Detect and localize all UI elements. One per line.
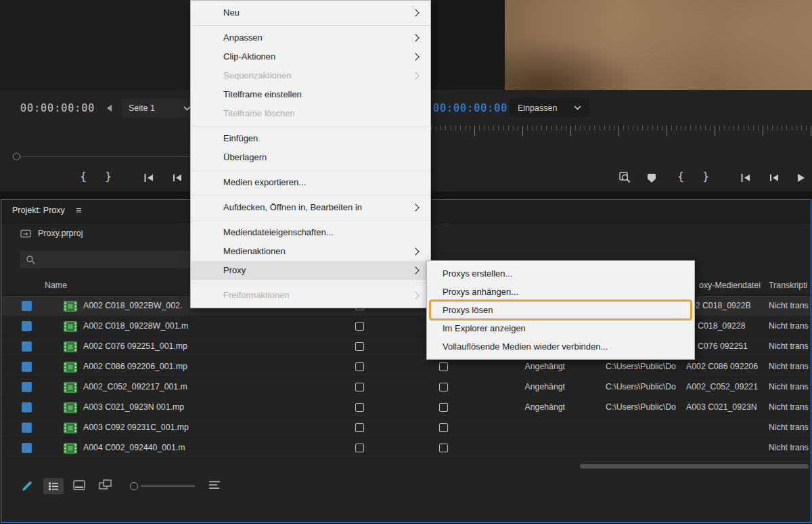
icon-view-button[interactable] (73, 480, 85, 491)
table-row[interactable]: A002 C086 092206_001.mp Angehängt C:\Use… (1, 357, 811, 377)
label-color-chip[interactable] (22, 443, 32, 453)
menu-item[interactable]: Medienaktionen (191, 242, 430, 261)
checkbox-column-1[interactable] (355, 403, 364, 412)
menu-item[interactable]: Medien exportieren... (191, 173, 430, 192)
clip-icon (64, 362, 77, 373)
label-color-chip[interactable] (22, 341, 32, 352)
menu-item[interactable]: Proxy (191, 261, 430, 280)
find-button[interactable] (618, 170, 631, 184)
program-monitor-viewport (505, 0, 812, 90)
checkbox-column-1[interactable] (355, 383, 364, 391)
add-marker-button[interactable] (645, 171, 658, 185)
menu-item[interactable]: Aufdecken, Öffnen in, Bearbeiten in (191, 198, 430, 217)
list-view-icon (48, 481, 59, 491)
label-color-chip[interactable] (22, 402, 32, 412)
program-timecode[interactable]: 00:00:00:00 (433, 102, 508, 114)
in-brace-icon: { (80, 170, 87, 183)
column-header-name[interactable]: Name (45, 281, 67, 290)
playhead-knob[interactable] (13, 153, 20, 160)
table-row[interactable]: A004 C002_092440_001.m Nicht trans (1, 438, 811, 458)
label-color-chip[interactable] (22, 301, 32, 311)
checkbox-column-2[interactable] (439, 403, 448, 412)
submenu-item[interactable]: Proxys erstellen... (427, 264, 694, 283)
menu-item-label: Aufdecken, Öffnen in, Bearbeiten in (223, 202, 362, 212)
page-back-icon[interactable] (106, 104, 112, 112)
in-brace-icon: { (677, 170, 684, 183)
menu-separator (191, 25, 430, 26)
menu-item-label: Medien exportieren... (223, 177, 306, 187)
cell-media-path: C:\Users\Public\Do (606, 377, 685, 397)
menu-item[interactable]: Mediendateieigenschaften... (191, 223, 430, 242)
zoom-slider-knob[interactable] (130, 482, 138, 490)
cell-transcript: Nicht trans (769, 398, 812, 417)
menu-item: Sequenzaktionen (191, 66, 430, 85)
menu-item[interactable]: Überlagern (191, 148, 430, 167)
checkbox-column-2[interactable] (439, 362, 448, 371)
play-button[interactable] (794, 171, 808, 185)
checkbox-column-1[interactable] (355, 362, 364, 371)
submenu-item[interactable]: Vollauflösende Medien wieder verbinden..… (427, 337, 694, 356)
edit-pencil-button[interactable] (21, 480, 33, 492)
table-row[interactable]: A003 C092 09231C_001.mp Nicht trans (1, 418, 811, 438)
project-file-item[interactable]: Proxy.prproj (20, 229, 83, 238)
magnifier-icon (619, 172, 631, 183)
go-to-in-button[interactable] (142, 171, 156, 185)
mark-out-button[interactable]: } (699, 170, 713, 183)
label-color-chip[interactable] (22, 382, 32, 392)
table-row[interactable]: A002_C052_092217_001.m Angehängt C:\User… (1, 377, 811, 398)
clip-icon (64, 382, 77, 393)
label-color-chip[interactable] (22, 362, 32, 372)
cell-proxy-status: Angehängt (505, 377, 565, 397)
play-icon (797, 173, 805, 183)
menu-item: Freiformaktionen (191, 286, 430, 305)
checkbox-column-2[interactable] (439, 423, 448, 432)
checkbox-column-2[interactable] (439, 383, 448, 391)
clip-icon (64, 301, 77, 312)
menu-separator (191, 283, 430, 283)
go-to-in-button[interactable] (739, 171, 752, 185)
mark-out-button[interactable]: } (102, 170, 115, 183)
tab-project[interactable]: Projekt: Proxy (12, 206, 65, 215)
page-select[interactable]: Seite 1 (122, 99, 198, 118)
checkbox-column-1[interactable] (355, 342, 364, 351)
checkbox-column-1[interactable] (355, 423, 364, 432)
table-row[interactable]: A003 C021_0923N 001.mp Angehängt C:\User… (1, 398, 811, 418)
column-header-transcript[interactable]: Transkripti (769, 281, 812, 290)
menu-item[interactable]: Clip-Aktionen (191, 47, 430, 66)
menu-item[interactable]: Neu (191, 3, 430, 22)
mark-in-button[interactable]: { (674, 170, 687, 183)
cell-transcript: Nicht trans (769, 357, 812, 377)
freeform-view-button[interactable] (99, 479, 112, 490)
cell-transcript: Nicht trans (769, 337, 812, 356)
panel-menu-icon[interactable]: ≡ (76, 204, 82, 216)
sort-button[interactable] (208, 480, 221, 490)
list-view-button[interactable] (43, 478, 64, 494)
checkbox-column-1[interactable] (355, 322, 364, 331)
zoom-fit-select[interactable]: Einpassen (510, 98, 589, 118)
mark-in-button[interactable]: { (76, 170, 90, 183)
step-back-button[interactable] (767, 171, 781, 185)
menu-item[interactable]: Anpassen (191, 28, 430, 47)
menu-item[interactable]: Titelframe einstellen (191, 85, 430, 104)
submenu-item[interactable]: Im Explorer anzeigen (427, 319, 694, 337)
cell-proxy-media: A003 C021_0923N (686, 398, 767, 417)
cell-media-path: C:\Users\Public\Do (606, 398, 685, 417)
menu-item[interactable]: Einfügen (191, 129, 430, 148)
submenu-item[interactable]: Proxys anhängen... (427, 283, 694, 301)
step-back-button[interactable] (171, 171, 184, 185)
cell-name: A002 C018_09228W_001.m (83, 316, 188, 336)
cell-name: A002 C076 092251_001.mp (83, 337, 187, 356)
submenu-item[interactable]: Proxys lösen (427, 301, 694, 319)
zoom-slider-track[interactable] (141, 485, 195, 487)
label-color-chip[interactable] (22, 423, 32, 433)
label-color-chip[interactable] (22, 321, 32, 331)
column-header-proxy-media[interactable]: oxy-Mediendatei (699, 281, 761, 290)
project-file-icon (20, 229, 31, 238)
horizontal-scrollbar-thumb[interactable] (580, 464, 809, 469)
freeform-view-icon (99, 479, 112, 490)
checkbox-column-1[interactable] (355, 444, 364, 452)
source-timecode[interactable]: 00:00:00:00 (20, 102, 95, 114)
cell-name: A002_C052_092217_001.m (83, 377, 187, 397)
checkbox-column-2[interactable] (439, 444, 448, 452)
timeline-ruler[interactable] (426, 126, 812, 142)
